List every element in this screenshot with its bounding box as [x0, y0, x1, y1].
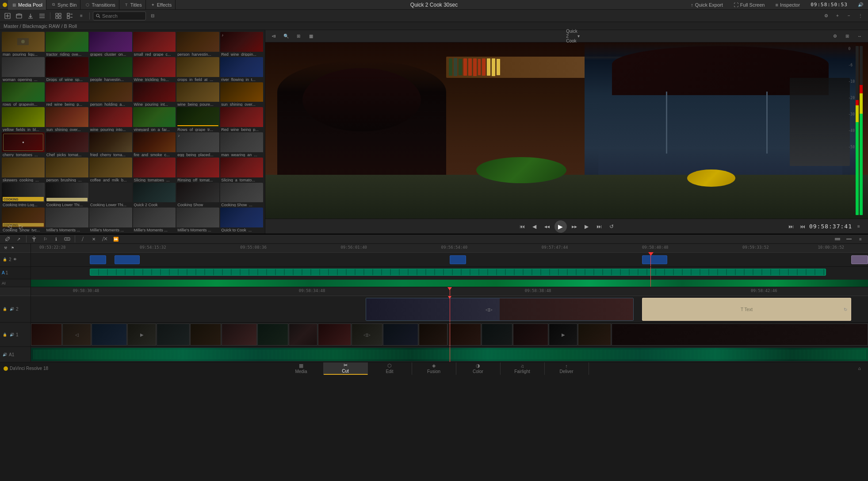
nav-edit[interactable]: ⬡ Edit — [368, 362, 412, 375]
media-item[interactable]: Millie's Moments ... — [89, 208, 132, 232]
list-view-button[interactable] — [37, 12, 47, 20]
nav-deliver[interactable]: ↑ Deliver — [545, 362, 589, 375]
track-visibility-v2[interactable]: 👁 — [12, 257, 18, 262]
new-bin-button[interactable] — [14, 12, 24, 20]
media-item[interactable]: people_harvestin... — [89, 57, 132, 81]
forward-button[interactable]: ▸▸ — [570, 222, 579, 231]
tab-titles[interactable]: T Titles — [120, 0, 146, 10]
media-item[interactable]: Cooking Show_... — [220, 183, 263, 207]
tools-icon[interactable]: ⚒ — [2, 245, 9, 252]
media-item[interactable]: COOKING Cooking Intro Log... — [2, 183, 45, 207]
zoom-fit-button[interactable]: ⊞ — [842, 32, 852, 41]
mark-in-button[interactable]: ◁ — [4, 222, 14, 231]
media-item[interactable]: crops_in_field_at_... — [176, 57, 219, 81]
grid-overlay-button[interactable]: ⊞ — [294, 32, 303, 41]
search-input[interactable] — [102, 13, 142, 19]
media-item[interactable]: wine_being_poure... — [176, 82, 219, 107]
timeline-settings[interactable]: ≡ — [856, 235, 865, 243]
ripple-delete-button[interactable]: ⧸✕ — [100, 235, 110, 243]
media-item[interactable]: fire_and_smoke_c... — [133, 132, 176, 157]
media-item[interactable]: small_red_grape_c... — [133, 32, 176, 56]
loop-button[interactable]: ↺ — [607, 222, 616, 231]
audio-sync-button[interactable] — [62, 235, 72, 243]
media-item[interactable]: river_flowing_in_t... — [220, 57, 263, 81]
media-item[interactable]: Quick 2 Cook — [133, 183, 176, 207]
media-item[interactable]: Quick to Cook_... — [220, 208, 263, 232]
home-button[interactable]: ⌂ — [855, 364, 864, 373]
text-clip[interactable]: T Text ↻ — [642, 298, 851, 321]
zoom-in-button[interactable]: + — [833, 12, 842, 20]
clip-v2-5[interactable] — [851, 255, 868, 264]
nav-color[interactable]: ◑ Color — [456, 362, 501, 375]
clip-info-button[interactable]: ℹ — [51, 235, 61, 243]
track-lock-v2[interactable]: 🔒 — [2, 257, 8, 263]
audio-button[interactable]: ⏭ — [786, 222, 796, 231]
clip-teal-main[interactable] — [90, 269, 826, 276]
clip-v2-1[interactable] — [90, 255, 107, 264]
track-lock[interactable]: 🔒 — [2, 306, 8, 312]
media-item[interactable]: fried_cherry_toma... — [89, 132, 132, 157]
next-frame-button[interactable]: ▶ — [582, 222, 592, 231]
prev-frame-button[interactable]: ◀ — [530, 222, 539, 231]
media-item[interactable]: yellow_fields_in_bl... — [2, 107, 45, 131]
cook-clip[interactable]: ◁▷ — [366, 298, 634, 321]
metadata-view-button[interactable]: ≡ — [76, 12, 86, 20]
media-item[interactable]: sun_shining_over... — [220, 82, 263, 107]
media-item[interactable]: Slicing_a_tomato... — [220, 158, 263, 182]
grid-view-button[interactable] — [54, 12, 63, 20]
track-audio2-icon[interactable]: 🔊 — [9, 331, 15, 338]
media-item[interactable]: skewers_cooking_... — [2, 158, 45, 182]
delete-button[interactable]: ✕ — [89, 235, 99, 243]
media-item[interactable]: tractor_riding_ove... — [46, 32, 88, 56]
media-item[interactable]: ♪ egg_being_placed... — [176, 132, 219, 157]
search-box[interactable] — [93, 12, 146, 20]
detail-view-button[interactable] — [65, 12, 75, 20]
settings-icon[interactable]: ⚙ — [830, 32, 840, 41]
rewind-button[interactable]: ◂◂ — [542, 222, 552, 231]
more-button[interactable]: ⏮ — [798, 222, 807, 231]
import-button[interactable] — [26, 12, 35, 20]
quick-export-button[interactable]: ↑ Quick Export — [688, 1, 725, 8]
media-item[interactable]: Millie's Moments ... — [176, 208, 219, 232]
nav-fusion[interactable]: ◈ Fusion — [412, 362, 456, 375]
media-item[interactable]: Drops_of_wine_sp... — [46, 57, 88, 81]
inspector-button[interactable]: ≡ Inspector — [772, 1, 803, 8]
media-item[interactable]: Rinsing_off_tomat... — [176, 158, 219, 182]
tab-transitions[interactable]: ⬡ Transitions — [81, 0, 119, 10]
media-item[interactable]: person_harvestin... — [176, 32, 219, 56]
play-button[interactable]: ▶ — [554, 220, 567, 233]
media-item[interactable]: Wine_trickling_fro... — [133, 57, 176, 81]
media-item[interactable]: Millie's Moments ... — [46, 208, 88, 232]
track-audio-icon[interactable]: 🔊 — [9, 306, 15, 312]
media-item[interactable]: vineyard_on_a_far... — [133, 107, 176, 131]
media-item[interactable]: Chef_picks_tomat... — [46, 132, 88, 157]
tab-effects[interactable]: ✦ Effects — [147, 0, 176, 10]
transform-button[interactable]: ↔ — [855, 32, 864, 41]
clip-v2-3[interactable] — [450, 255, 467, 264]
nav-media[interactable]: ▦ Media — [279, 362, 324, 375]
go-start-button[interactable]: ⏮ — [517, 222, 527, 231]
zoom-button[interactable]: 🔍 — [281, 32, 291, 41]
add-bin-button[interactable] — [3, 12, 12, 20]
media-item[interactable]: man_wearing_an_... — [220, 132, 263, 157]
layout-button[interactable]: ▦ — [306, 32, 316, 41]
media-item[interactable]: woman_opening_... — [2, 57, 45, 81]
view-options-button[interactable]: ⋮ — [856, 12, 865, 20]
media-item[interactable]: Rows_of_grape_tr... — [176, 107, 219, 131]
speed-button[interactable]: ⏩ — [111, 235, 121, 243]
media-item[interactable]: person_holding_a... — [89, 82, 132, 107]
snap-button[interactable] — [29, 235, 39, 243]
media-item[interactable]: Wine_pouring_int... — [133, 82, 176, 107]
filter-button[interactable]: ⊟ — [148, 12, 157, 20]
media-item[interactable]: red_wine_being_p... — [46, 82, 88, 107]
nav-cut[interactable]: ✂ Cut — [324, 362, 368, 375]
zoom-timeline-out[interactable] — [844, 235, 854, 243]
full-screen-button[interactable]: ⛶ Full Screen — [731, 1, 768, 8]
timeline-ruler-upper[interactable]: 09:53:22:28 09:54:15:32 09:55:08:36 09:5… — [31, 244, 868, 253]
media-item[interactable]: Slicing_tomatoes_... — [133, 158, 176, 182]
media-item[interactable]: ● cherry_tomatoes_... — [2, 132, 45, 157]
clip-name-dropdown[interactable]: Quick 2 Cook ▾ — [568, 32, 578, 41]
prev-frame-button[interactable]: ⧏ — [269, 32, 279, 41]
overflow-menu[interactable]: ≡ — [854, 222, 864, 231]
timeline-ruler-lower[interactable]: 09:58:30:48 09:58:34:48 09:58:38:48 09:5… — [31, 287, 868, 296]
